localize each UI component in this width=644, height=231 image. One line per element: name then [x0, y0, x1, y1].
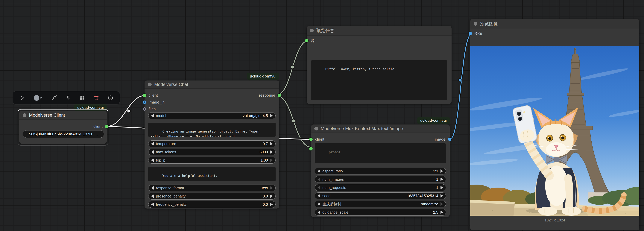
output-socket-image[interactable]: [448, 138, 451, 141]
widget-seed[interactable]: seed 163578415325314: [315, 192, 446, 199]
system-prompt-textarea[interactable]: You are a helpful assistant.: [148, 167, 276, 181]
selection-toolbox: ?: [13, 91, 120, 104]
reroute-curve-icon[interactable]: [49, 93, 59, 103]
widget-num-requests[interactable]: num_requests 1: [315, 184, 446, 191]
next-value-icon[interactable]: [270, 194, 273, 198]
output-row: client: [19, 123, 107, 130]
node-status-dot: [474, 22, 478, 26]
collapse-icon[interactable]: [77, 93, 87, 103]
node-pack-badge: ucloud-comfyui: [74, 104, 107, 111]
node-pack-badge: ucloud-comfyui: [247, 73, 279, 80]
input-socket-image-in[interactable]: [143, 100, 146, 104]
next-value-icon[interactable]: [270, 150, 273, 154]
input-socket-image[interactable]: [468, 32, 472, 35]
pin-icon[interactable]: [63, 93, 73, 103]
next-value-icon[interactable]: [440, 210, 443, 214]
node-status-dot: [148, 82, 152, 86]
input-socket-prompt[interactable]: [309, 147, 313, 150]
node-header[interactable]: 预览任意: [307, 26, 452, 36]
next-value-icon[interactable]: [440, 186, 443, 189]
node-modelverse-client[interactable]: Modelverse Client client 5OSj3u4KuiLF45i…: [19, 111, 107, 144]
api-key-widget[interactable]: 5OSj3u4KuiLF45iW224aA814-137D- ...: [23, 130, 104, 138]
node-preview-any[interactable]: 预览任意 源 Eiffel Tower, kitten, iPhone self…: [307, 26, 452, 104]
input-socket-client[interactable]: [143, 94, 146, 97]
next-value-icon[interactable]: [440, 170, 443, 173]
prev-value-icon[interactable]: [151, 186, 154, 190]
widget-max-tokens[interactable]: max_tokens 6000: [148, 149, 276, 155]
input-socket-files[interactable]: [143, 107, 146, 111]
socket-row: client response: [144, 92, 279, 99]
socket-row: files: [144, 106, 279, 112]
next-value-icon[interactable]: [270, 158, 273, 162]
node-preview-image[interactable]: 预览图像 图像: [470, 19, 639, 230]
prev-value-icon[interactable]: [318, 202, 320, 206]
output-socket-response[interactable]: [278, 94, 281, 97]
node-title: 预览任意: [316, 28, 334, 34]
preview-text[interactable]: Eiffel Tower, kitten, iPhone selfie: [311, 60, 447, 100]
preview-image-kitten-eiffel-selfie: [470, 46, 639, 216]
widget-response-format[interactable]: response_format text: [148, 184, 276, 191]
prev-value-icon[interactable]: [318, 186, 320, 189]
widget-num-images[interactable]: num_images 1: [315, 176, 446, 183]
widget-aspect-ratio[interactable]: aspect_ratio 1:1: [315, 168, 446, 174]
node-title: Modelverse Chat: [154, 82, 188, 87]
prev-value-icon[interactable]: [151, 114, 154, 117]
prev-value-icon[interactable]: [151, 150, 154, 154]
node-status-dot: [23, 113, 26, 117]
node-header[interactable]: Modelverse Flux Kontext Max text2image: [311, 124, 450, 133]
prev-value-icon[interactable]: [151, 203, 154, 206]
node-header[interactable]: 预览图像: [470, 19, 639, 29]
color-circle-icon[interactable]: [31, 93, 45, 103]
node-status-dot: [310, 29, 314, 32]
svg-text:?: ?: [110, 96, 112, 100]
prompt-textarea[interactable]: Creating an image generation prompt: Eif…: [148, 122, 276, 137]
output-socket-client[interactable]: [105, 125, 108, 128]
node-flux-kontext[interactable]: Modelverse Flux Kontext Max text2image c…: [311, 124, 450, 217]
node-header[interactable]: Modelverse Chat: [144, 80, 279, 89]
graph-canvas[interactable]: ? ucloud-comfyui ucloud-comfyui ucloud-c…: [0, 0, 644, 231]
next-value-icon[interactable]: [270, 186, 273, 190]
widget-frequency-penalty[interactable]: frequency_penalty 0.0: [148, 201, 276, 208]
node-pack-badge: ucloud-comfyui: [417, 117, 450, 124]
input-socket-client[interactable]: [309, 138, 313, 141]
help-icon[interactable]: ?: [106, 93, 116, 103]
prev-value-icon[interactable]: [151, 194, 154, 198]
next-value-icon[interactable]: [270, 142, 273, 146]
prev-value-icon[interactable]: [151, 158, 154, 162]
node-title: 预览图像: [480, 21, 498, 27]
socket-row: 源: [307, 37, 452, 44]
next-value-icon[interactable]: [440, 202, 443, 206]
next-value-icon[interactable]: [440, 194, 443, 198]
node-modelverse-chat[interactable]: Modelverse Chat client response image_in…: [144, 80, 279, 208]
socket-row: client image: [311, 136, 450, 143]
widget-control-after-generate[interactable]: 生成后控制 randomize: [315, 201, 446, 208]
input-socket-source[interactable]: [305, 39, 308, 42]
node-header[interactable]: Modelverse Client: [19, 111, 107, 120]
widget-guidance-scale[interactable]: guidance_scale 2.5: [315, 209, 446, 216]
node-title: Modelverse Client: [29, 112, 65, 118]
delete-icon[interactable]: [91, 93, 102, 103]
run-icon[interactable]: [17, 93, 27, 103]
prev-value-icon[interactable]: [318, 194, 320, 198]
prompt-textarea[interactable]: prompt: [315, 144, 446, 163]
socket-row: image_in: [144, 99, 279, 106]
next-value-icon[interactable]: [440, 178, 443, 181]
node-title: Modelverse Flux Kontext Max text2image: [321, 126, 403, 131]
widget-presence-penalty[interactable]: presence_penalty 0.0: [148, 193, 276, 200]
widget-temperature[interactable]: temperature 0.7: [148, 140, 276, 147]
socket-row: 图像: [470, 30, 639, 37]
image-dimensions-caption: 1024 x 1024: [470, 218, 639, 222]
prev-value-icon[interactable]: [151, 142, 154, 146]
widget-model[interactable]: model zai-org/glm-4.5: [148, 112, 276, 119]
next-value-icon[interactable]: [270, 114, 273, 117]
prev-value-icon[interactable]: [318, 170, 320, 173]
prev-value-icon[interactable]: [318, 178, 320, 181]
widget-top-p[interactable]: top_p 1.00: [148, 157, 276, 164]
node-status-dot: [314, 127, 318, 130]
prev-value-icon[interactable]: [318, 210, 320, 214]
next-value-icon[interactable]: [270, 203, 273, 206]
